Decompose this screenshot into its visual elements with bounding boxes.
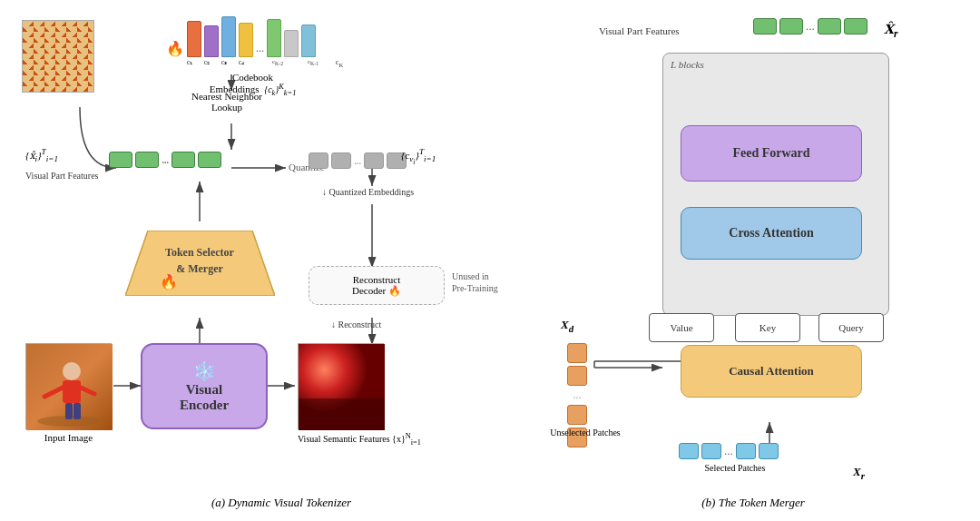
c2-label: c₂ xyxy=(200,58,214,68)
vpf-label-left: Visual Part Features xyxy=(25,171,99,181)
quantized-strip: ... xyxy=(309,152,407,169)
svg-text:& Merger: & Merger xyxy=(176,262,223,275)
top-green-patches: ... xyxy=(753,18,867,34)
value-box: Value xyxy=(649,313,714,342)
left-panel: 🔥 ... c₁ c₂ c₃ c₄ cK-2 cK-1 cK xyxy=(18,9,544,512)
svg-rect-22 xyxy=(65,403,73,419)
visual-semantic-image: Visual Semantic Features {x}Ni=1 xyxy=(298,343,421,447)
svg-text:Token Selector: Token Selector xyxy=(165,246,235,259)
visual-part-features-strip: ... xyxy=(109,152,221,168)
cvi-label: {cvi}Ti=1 xyxy=(401,147,436,166)
ck2-label: cK-2 xyxy=(261,58,294,68)
xhat-label: {x̂i}Ti=1 xyxy=(25,147,58,163)
c1-label: c₁ xyxy=(182,58,197,68)
xr-label: Xr xyxy=(853,465,865,481)
svg-rect-25 xyxy=(299,398,385,430)
unselected-label: Unselected Patches xyxy=(549,427,622,438)
causal-attention-block: Causal Attention xyxy=(681,345,862,398)
reconstruct-label: ↓ Reconstruct xyxy=(331,319,381,329)
c4-label: c₄ xyxy=(234,58,249,68)
svg-point-18 xyxy=(63,362,81,380)
l-blocks-box: L blocks xyxy=(662,53,889,316)
ck-label: cK xyxy=(332,58,347,68)
feed-forward-block: Feed Forward xyxy=(681,125,862,182)
blue-patches: ... xyxy=(679,443,779,459)
unused-label: Unused inPre-Training xyxy=(452,270,524,294)
ck1-label: cK-1 xyxy=(297,58,329,68)
right-panel: Visual Part Features ... X̂r L blocks Fe… xyxy=(544,9,962,512)
input-image-label: Input Image xyxy=(25,432,112,443)
vp-features-right: Visual Part Features xyxy=(599,25,680,36)
quantized-emb-label: ↓ Quantized Embeddings xyxy=(322,187,414,197)
codebook-area: 🔥 ... c₁ c₂ c₃ c₄ cK-2 cK-1 cK xyxy=(159,16,347,97)
reconstruct-decoder: ReconstructDecoder 🔥 xyxy=(309,266,445,305)
mosaic-image xyxy=(22,20,94,93)
xd-label: Xd xyxy=(561,318,573,334)
svg-rect-23 xyxy=(74,403,81,419)
c3-label: c₃ xyxy=(217,58,231,68)
selected-label: Selected Patches xyxy=(681,463,789,473)
l-blocks-label: L blocks xyxy=(671,59,704,70)
token-selector-merger: Token Selector & Merger 🔥 xyxy=(125,231,275,296)
svg-rect-19 xyxy=(63,380,81,403)
right-caption: (b) The Token Merger xyxy=(544,496,962,510)
left-caption: (a) Dynamic Visual Tokenizer xyxy=(18,496,544,510)
input-image: Input Image xyxy=(25,343,112,443)
xhat-r-label: X̂r xyxy=(884,22,897,40)
query-box: Query xyxy=(818,313,884,342)
nn-lookup-label: Nearest NeighborLookup xyxy=(168,91,286,113)
key-box: Key xyxy=(735,313,800,342)
visual-encoder: ❄️ VisualEncoder xyxy=(141,343,268,429)
svg-text:🔥: 🔥 xyxy=(160,273,178,290)
visual-semantic-label: Visual Semantic Features {x}Ni=1 xyxy=(298,432,421,447)
cross-attention-block: Cross Attention xyxy=(681,207,862,260)
